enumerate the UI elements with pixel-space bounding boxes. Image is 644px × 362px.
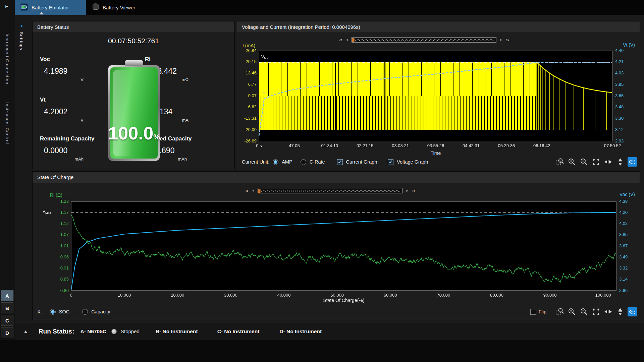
tab-label: Battery Emulator <box>32 5 69 10</box>
zoom-out-icon[interactable] <box>579 307 589 316</box>
active-tab-caret <box>40 12 44 14</box>
soc-percent-sign: % <box>153 133 160 141</box>
channel-a-state-dot <box>111 329 117 334</box>
scroll-handle[interactable] <box>352 38 355 42</box>
run-status-collapse-icon[interactable]: ▲ <box>23 329 28 334</box>
flip-checkbox[interactable] <box>530 309 536 315</box>
sidebar-item-instrument-connection[interactable]: Instrument Connection <box>5 34 10 101</box>
stat-vt: Vt 4.2002 V <box>40 97 84 123</box>
fit-all-icon[interactable] <box>591 157 601 167</box>
zoom-in-icon[interactable] <box>567 157 577 167</box>
voltage-graph-checkbox[interactable] <box>388 159 393 165</box>
battery-viewer-icon <box>92 3 99 12</box>
y-left-axis-label: Ri (Ω) <box>50 192 62 198</box>
sidebar-item-instrument-control[interactable]: Instrument Control <box>5 102 10 169</box>
run-status-title: Run Status: <box>39 328 74 335</box>
top-tab-bar: Battery Emulator Battery Viewer <box>15 0 644 15</box>
current-graph-checkbox[interactable] <box>337 159 343 165</box>
scroll-next-button[interactable]: ► <box>406 188 409 193</box>
x-radio-group-label: X: <box>37 309 42 314</box>
fit-vertical-icon[interactable] <box>615 157 625 167</box>
channel-d-button[interactable]: D <box>1 327 13 338</box>
scroll-prev-button[interactable]: ◄ <box>251 188 255 193</box>
zoom-in-icon[interactable] <box>567 307 577 316</box>
soc-chart-footer: X: SOC Capacity Flip <box>37 306 637 317</box>
run-status-channel-c: C- No Instrument <box>217 328 260 335</box>
channel-b-button[interactable]: B <box>1 302 13 313</box>
sidebar-item-settings[interactable]: Settings <box>19 32 24 50</box>
scroll-next-button[interactable]: ► <box>499 37 503 43</box>
scroll-first-button[interactable]: « <box>339 37 342 43</box>
current-unit-label: Current Unit: <box>242 159 269 165</box>
scroll-first-button[interactable]: « <box>245 188 248 193</box>
zoom-out-icon[interactable] <box>579 157 589 167</box>
bottom-bar: Start Start All Copyright © Keysight Ben… <box>0 340 644 362</box>
run-status-channel-b: B- No Instrument <box>156 328 198 335</box>
soc-scrollbar: « ◄ ► » <box>245 188 415 194</box>
vmax-annotation: VMax <box>261 55 270 60</box>
app-window: ► Instrument Connection Instrument Contr… <box>0 0 644 362</box>
x-axis-label: State Of Charge(%) <box>71 298 616 303</box>
fit-horizontal-icon[interactable] <box>603 307 613 316</box>
battery-graphic: 100.0% <box>108 60 160 161</box>
soc-radio-label[interactable]: SOC <box>59 309 69 314</box>
tab-battery-viewer[interactable]: Battery Viewer <box>87 0 147 15</box>
scroll-last-button[interactable]: » <box>412 188 415 193</box>
run-status-channel-a: A- N6705C <box>80 328 106 335</box>
battery-status-panel: Battery Status 00.07:50:52:761 Voc 4.198… <box>32 21 235 169</box>
settings-strip: ► Settings <box>15 15 32 340</box>
scroll-handle[interactable] <box>258 189 261 193</box>
vmax-annotation: VMax <box>43 209 51 215</box>
rail-expand-icon[interactable]: ► <box>5 4 9 9</box>
settings-expand-icon[interactable]: ► <box>20 24 24 28</box>
x-axis-label: Time <box>259 150 612 156</box>
soc-radio[interactable] <box>50 309 56 315</box>
auto-track-icon[interactable] <box>628 307 637 316</box>
stat-remaining-capacity: Remaining Capacity 0.0000 mAh <box>40 135 95 162</box>
fit-horizontal-icon[interactable] <box>603 157 613 167</box>
state-of-charge-panel: State Of Charge « ◄ ► » Ri (Ω) Voc (V) V… <box>32 171 640 320</box>
scroll-last-button[interactable]: » <box>506 37 509 43</box>
battery-body <box>108 65 160 161</box>
channel-c-button[interactable]: C <box>1 315 13 326</box>
vc-chart-footer: Current Unit: AMP C-Rate Current Graph V… <box>242 157 637 167</box>
c-rate-radio-label[interactable]: C-Rate <box>310 159 325 165</box>
scroll-track[interactable] <box>352 37 496 43</box>
fit-vertical-icon[interactable] <box>615 307 625 316</box>
auto-track-icon[interactable] <box>628 157 637 167</box>
panel-title: Voltage and Current (Integration Period:… <box>237 21 640 33</box>
channel-a-state: Stopped <box>121 328 140 334</box>
c-rate-radio[interactable] <box>301 159 306 165</box>
battery-fill <box>110 67 158 159</box>
tab-battery-emulator[interactable]: Battery Emulator <box>15 0 86 15</box>
run-status-bar: ▲ Run Status: A- N6705C Stopped B- No In… <box>15 322 644 340</box>
scroll-prev-button[interactable]: ◄ <box>345 37 348 43</box>
fit-all-icon[interactable] <box>591 307 601 316</box>
amp-radio-label[interactable]: AMP <box>282 159 292 165</box>
zoom-selection-icon[interactable] <box>555 157 565 167</box>
elapsed-time: 00.07:50:52:761 <box>33 37 234 45</box>
soc-chart[interactable] <box>39 198 640 298</box>
stat-voc: Voc 4.1989 V <box>40 56 84 82</box>
left-rail: ► Instrument Connection Instrument Contr… <box>0 0 15 340</box>
soc-zoom-toolbar: Flip <box>530 307 637 316</box>
panel-title: State Of Charge <box>33 172 640 183</box>
y-right-axis-label: Voc (V) <box>620 192 635 197</box>
battery-emulator-icon <box>20 3 28 12</box>
scroll-track[interactable] <box>258 188 402 193</box>
zoom-selection-icon[interactable] <box>555 307 565 316</box>
channel-a-button[interactable]: A <box>1 290 13 301</box>
vc-scrollbar: « ◄ ► » <box>339 37 509 43</box>
capacity-radio[interactable] <box>82 309 88 315</box>
panel-title: Battery Status <box>33 21 234 33</box>
capacity-radio-label[interactable]: Capacity <box>91 309 110 314</box>
ibatt-annotation: IBatt <box>262 90 268 95</box>
voltage-graph-label[interactable]: Voltage Graph <box>397 159 428 165</box>
flip-label[interactable]: Flip <box>539 309 546 314</box>
voltage-current-chart[interactable] <box>237 47 640 147</box>
voltage-current-panel: Voltage and Current (Integration Period:… <box>237 21 640 169</box>
battery-cap <box>125 60 143 66</box>
amp-radio[interactable] <box>273 159 278 165</box>
vc-zoom-toolbar <box>555 157 637 167</box>
current-graph-label[interactable]: Current Graph <box>346 159 377 165</box>
